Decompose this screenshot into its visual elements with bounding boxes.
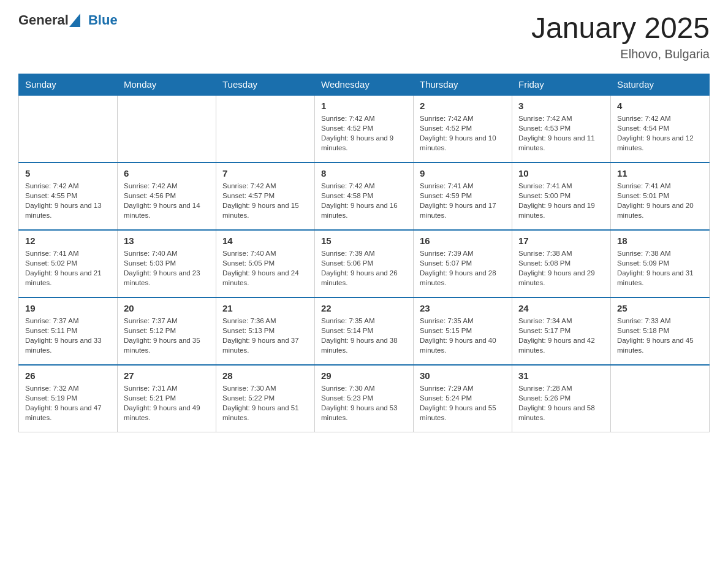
day-number: 6	[124, 168, 210, 178]
calendar-cell: 15Sunrise: 7:39 AM Sunset: 5:06 PM Dayli…	[315, 230, 414, 297]
calendar-cell: 3Sunrise: 7:42 AM Sunset: 4:53 PM Daylig…	[512, 95, 611, 163]
day-number: 11	[617, 168, 703, 178]
calendar-cell	[216, 95, 315, 163]
calendar-cell: 27Sunrise: 7:31 AM Sunset: 5:21 PM Dayli…	[118, 365, 216, 432]
day-number: 8	[321, 168, 407, 178]
header-tuesday: Tuesday	[216, 74, 315, 95]
week-row-1: 5Sunrise: 7:42 AM Sunset: 4:55 PM Daylig…	[19, 163, 710, 230]
header-row: SundayMondayTuesdayWednesdayThursdayFrid…	[19, 74, 710, 95]
day-number: 23	[420, 303, 506, 313]
day-number: 12	[25, 236, 111, 246]
calendar-cell: 18Sunrise: 7:38 AM Sunset: 5:09 PM Dayli…	[611, 230, 710, 297]
day-info: Sunrise: 7:42 AM Sunset: 4:52 PM Dayligh…	[321, 113, 407, 153]
svg-marker-0	[69, 13, 80, 27]
day-number: 24	[518, 303, 604, 313]
day-number: 27	[124, 370, 210, 381]
day-info: Sunrise: 7:31 AM Sunset: 5:21 PM Dayligh…	[124, 383, 210, 423]
day-info: Sunrise: 7:34 AM Sunset: 5:17 PM Dayligh…	[518, 316, 604, 355]
week-row-2: 12Sunrise: 7:41 AM Sunset: 5:02 PM Dayli…	[19, 230, 710, 297]
calendar-cell: 16Sunrise: 7:39 AM Sunset: 5:07 PM Dayli…	[414, 230, 512, 297]
day-info: Sunrise: 7:39 AM Sunset: 5:07 PM Dayligh…	[420, 248, 506, 288]
day-info: Sunrise: 7:42 AM Sunset: 4:58 PM Dayligh…	[321, 181, 407, 220]
day-info: Sunrise: 7:42 AM Sunset: 4:54 PM Dayligh…	[617, 113, 703, 153]
day-number: 14	[222, 236, 308, 246]
day-info: Sunrise: 7:41 AM Sunset: 5:01 PM Dayligh…	[617, 181, 703, 220]
calendar-cell: 17Sunrise: 7:38 AM Sunset: 5:08 PM Dayli…	[512, 230, 611, 297]
calendar-cell: 29Sunrise: 7:30 AM Sunset: 5:23 PM Dayli…	[315, 365, 414, 432]
day-number: 25	[617, 303, 703, 313]
day-info: Sunrise: 7:40 AM Sunset: 5:03 PM Dayligh…	[124, 248, 210, 288]
day-number: 19	[25, 303, 111, 313]
title-block: January 2025 Elhovo, Bulgaria	[531, 12, 710, 61]
calendar-cell: 14Sunrise: 7:40 AM Sunset: 5:05 PM Dayli…	[216, 230, 315, 297]
day-number: 18	[617, 236, 703, 246]
calendar-subtitle: Elhovo, Bulgaria	[531, 47, 710, 61]
calendar-cell: 5Sunrise: 7:42 AM Sunset: 4:55 PM Daylig…	[19, 163, 118, 230]
calendar-cell: 6Sunrise: 7:42 AM Sunset: 4:56 PM Daylig…	[118, 163, 216, 230]
calendar-cell: 22Sunrise: 7:35 AM Sunset: 5:14 PM Dayli…	[315, 297, 414, 365]
day-info: Sunrise: 7:42 AM Sunset: 4:55 PM Dayligh…	[25, 181, 111, 220]
calendar-cell: 10Sunrise: 7:41 AM Sunset: 5:00 PM Dayli…	[512, 163, 611, 230]
day-info: Sunrise: 7:41 AM Sunset: 4:59 PM Dayligh…	[420, 181, 506, 220]
day-number: 20	[124, 303, 210, 313]
calendar-cell: 4Sunrise: 7:42 AM Sunset: 4:54 PM Daylig…	[611, 95, 710, 163]
day-info: Sunrise: 7:33 AM Sunset: 5:18 PM Dayligh…	[617, 316, 703, 355]
day-number: 15	[321, 236, 407, 246]
day-info: Sunrise: 7:42 AM Sunset: 4:53 PM Dayligh…	[518, 113, 604, 153]
calendar-cell: 26Sunrise: 7:32 AM Sunset: 5:19 PM Dayli…	[19, 365, 118, 432]
day-info: Sunrise: 7:40 AM Sunset: 5:05 PM Dayligh…	[222, 248, 308, 288]
day-number: 31	[518, 370, 604, 381]
day-number: 17	[518, 236, 604, 246]
header-sunday: Sunday	[19, 74, 118, 95]
day-info: Sunrise: 7:42 AM Sunset: 4:57 PM Dayligh…	[222, 181, 308, 220]
day-info: Sunrise: 7:38 AM Sunset: 5:08 PM Dayligh…	[518, 248, 604, 288]
calendar-cell: 13Sunrise: 7:40 AM Sunset: 5:03 PM Dayli…	[118, 230, 216, 297]
calendar-cell: 24Sunrise: 7:34 AM Sunset: 5:17 PM Dayli…	[512, 297, 611, 365]
header-wednesday: Wednesday	[315, 74, 414, 95]
calendar-cell: 23Sunrise: 7:35 AM Sunset: 5:15 PM Dayli…	[414, 297, 512, 365]
day-info: Sunrise: 7:42 AM Sunset: 4:52 PM Dayligh…	[420, 113, 506, 153]
logo-blue: Blue	[88, 12, 118, 28]
calendar-cell: 31Sunrise: 7:28 AM Sunset: 5:26 PM Dayli…	[512, 365, 611, 432]
calendar-cell: 20Sunrise: 7:37 AM Sunset: 5:12 PM Dayli…	[118, 297, 216, 365]
day-info: Sunrise: 7:42 AM Sunset: 4:56 PM Dayligh…	[124, 181, 210, 220]
calendar-cell: 30Sunrise: 7:29 AM Sunset: 5:24 PM Dayli…	[414, 365, 512, 432]
day-number: 13	[124, 236, 210, 246]
week-row-4: 26Sunrise: 7:32 AM Sunset: 5:19 PM Dayli…	[19, 365, 710, 432]
day-number: 2	[420, 101, 506, 111]
calendar-cell: 9Sunrise: 7:41 AM Sunset: 4:59 PM Daylig…	[414, 163, 512, 230]
logo: General Blue	[18, 12, 118, 28]
day-number: 4	[617, 101, 703, 111]
day-number: 9	[420, 168, 506, 178]
calendar-table: SundayMondayTuesdayWednesdayThursdayFrid…	[18, 74, 710, 433]
day-info: Sunrise: 7:30 AM Sunset: 5:23 PM Dayligh…	[321, 383, 407, 423]
calendar-cell: 11Sunrise: 7:41 AM Sunset: 5:01 PM Dayli…	[611, 163, 710, 230]
day-info: Sunrise: 7:37 AM Sunset: 5:12 PM Dayligh…	[124, 316, 210, 355]
day-number: 30	[420, 370, 506, 381]
day-info: Sunrise: 7:35 AM Sunset: 5:14 PM Dayligh…	[321, 316, 407, 355]
logo-general: General	[18, 12, 69, 28]
day-info: Sunrise: 7:28 AM Sunset: 5:26 PM Dayligh…	[518, 383, 604, 423]
day-number: 3	[518, 101, 604, 111]
page-header: General Blue January 2025 Elhovo, Bulgar…	[18, 12, 710, 61]
day-number: 22	[321, 303, 407, 313]
header-saturday: Saturday	[611, 74, 710, 95]
calendar-title: January 2025	[531, 12, 710, 45]
calendar-cell: 8Sunrise: 7:42 AM Sunset: 4:58 PM Daylig…	[315, 163, 414, 230]
day-number: 29	[321, 370, 407, 381]
day-info: Sunrise: 7:36 AM Sunset: 5:13 PM Dayligh…	[222, 316, 308, 355]
calendar-cell: 2Sunrise: 7:42 AM Sunset: 4:52 PM Daylig…	[414, 95, 512, 163]
calendar-cell	[19, 95, 118, 163]
day-number: 10	[518, 168, 604, 178]
calendar-cell: 19Sunrise: 7:37 AM Sunset: 5:11 PM Dayli…	[19, 297, 118, 365]
calendar-cell: 7Sunrise: 7:42 AM Sunset: 4:57 PM Daylig…	[216, 163, 315, 230]
day-number: 1	[321, 101, 407, 111]
week-row-0: 1Sunrise: 7:42 AM Sunset: 4:52 PM Daylig…	[19, 95, 710, 163]
day-info: Sunrise: 7:41 AM Sunset: 5:02 PM Dayligh…	[25, 248, 111, 288]
calendar-cell: 25Sunrise: 7:33 AM Sunset: 5:18 PM Dayli…	[611, 297, 710, 365]
logo-triangle-icon	[69, 13, 80, 27]
header-thursday: Thursday	[414, 74, 512, 95]
header-monday: Monday	[118, 74, 216, 95]
day-info: Sunrise: 7:38 AM Sunset: 5:09 PM Dayligh…	[617, 248, 703, 288]
day-number: 21	[222, 303, 308, 313]
